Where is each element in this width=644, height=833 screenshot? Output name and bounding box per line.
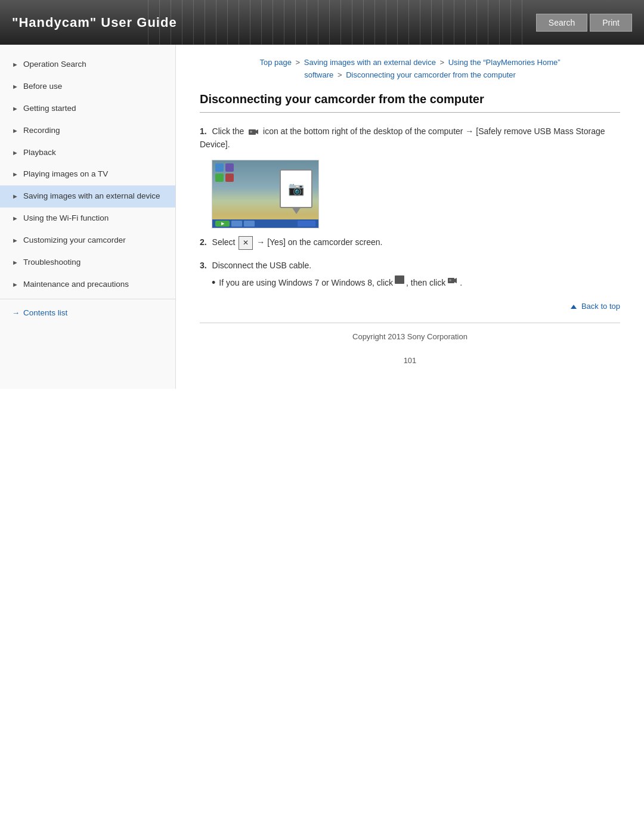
bullet-1-then: , then click [406,276,445,289]
sidebar-item-wifi[interactable]: ► Using the Wi-Fi function [0,208,175,230]
camcorder-inline-icon [447,276,458,289]
breadcrumb-software[interactable]: software [304,70,333,79]
desktop-icon-1 [215,163,224,172]
arrow-icon: ► [12,82,18,91]
step-1: 1. Click the icon at the bottom right of… [200,125,620,151]
arrow-icon: ► [12,170,18,179]
step-1-number: 1. [200,126,207,136]
header-button-group: Search Print [536,14,632,32]
arrow-icon: ► [12,236,18,245]
step-3-bullet: • If you are using Windows 7 or Windows … [212,276,620,290]
arrow-icon: ► [12,104,18,113]
desktop-icon-3 [215,174,224,182]
camcorder-small-icon [248,126,259,137]
sidebar-item-recording[interactable]: ► Recording [0,120,175,142]
sidebar-item-getting-started[interactable]: ► Getting started [0,98,175,120]
svg-rect-0 [249,129,256,135]
popup-tail [292,207,301,214]
breadcrumb-top-page[interactable]: Top page [259,58,292,67]
step-3-number: 3. [200,261,207,270]
sidebar: ► Operation Search ► Before use ► Gettin… [0,45,176,389]
main-content: Top page > Saving images with an externa… [176,45,644,389]
desktop-icon-4 [225,174,234,182]
arrow-icon: ► [12,280,18,289]
screenshot-image: 📷 ▶ [212,160,319,228]
sidebar-item-before-use[interactable]: ► Before use [0,76,175,98]
sidebar-item-maintenance[interactable]: ► Maintenance and precautions [0,274,175,296]
arrow-icon: ► [12,258,18,267]
triangle-up-icon [571,305,577,309]
svg-point-3 [250,131,252,132]
footer: Copyright 2013 Sony Corporation [200,323,620,350]
computer-icon [395,275,404,284]
step-3: 3. Disconnect the USB cable. • If you ar… [200,259,620,289]
sidebar-divider [0,299,175,299]
taskbar-item-2 [244,221,255,227]
back-to-top: Back to top [200,301,620,311]
breadcrumb: Top page > Saving images with an externa… [200,57,620,82]
taskbar-item-1 [231,221,242,227]
arrow-icon: ► [12,214,18,223]
screenshot-taskbar: ▶ [212,219,318,228]
step-2-select-text: Select [212,237,236,247]
step-2-rest: → [Yes] on the camcorder screen. [256,237,382,247]
step-2: 2. Select ✕ → [Yes] on the camcorder scr… [200,236,620,250]
sidebar-item-playback[interactable]: ► Playback [0,142,175,164]
step-1-text-after: icon at the bottom right of the desktop … [200,126,605,149]
step-2-number: 2. [200,237,207,247]
arrow-icon: ► [12,126,18,135]
arrow-icon: ► [12,148,18,157]
screenshot-popup: 📷 [280,169,312,208]
sidebar-item-saving-images[interactable]: ► Saving images with an external device [0,185,175,208]
page-number: 101 [200,350,620,371]
search-button[interactable]: Search [536,14,587,32]
sidebar-item-customizing[interactable]: ► Customizing your camcorder [0,230,175,252]
arrow-icon: ► [12,192,18,201]
step-3-text: Disconnect the USB cable. [212,261,312,270]
screenshot-landscape-bg: 📷 ▶ [212,160,318,228]
back-to-top-link[interactable]: Back to top [571,302,620,311]
taskbar-start: ▶ [215,221,230,227]
header-decoration [137,0,525,45]
breadcrumb-saving-images[interactable]: Saving images with an external device [304,58,436,67]
page-title: Disconnecting your camcorder from the co… [200,92,620,113]
breadcrumb-disconnecting[interactable]: Disconnecting your camcorder from the co… [346,70,516,79]
desktop-icon-2 [225,163,234,172]
app-title: "Handycam" User Guide [12,15,177,30]
step-2-button: ✕ [239,236,253,250]
svg-marker-1 [256,129,258,134]
sidebar-item-troubleshooting[interactable]: ► Troubleshooting [0,252,175,274]
sidebar-item-operation-search[interactable]: ► Operation Search [0,54,175,76]
step-1-text-before: Click the [212,126,244,136]
bullet-1-text-before: If you are using Windows 7 or Windows 8,… [219,276,393,289]
breadcrumb-using-playmemories[interactable]: Using the “PlayMemories Home” [448,58,561,67]
svg-marker-5 [454,278,457,283]
header: "Handycam" User Guide Search Print [0,0,644,45]
body-layout: ► Operation Search ► Before use ► Gettin… [0,45,644,389]
desktop-icons [215,163,234,182]
sidebar-item-playing-images-tv[interactable]: ► Playing images on a TV [0,163,175,185]
copyright-text: Copyright 2013 Sony Corporation [352,332,467,341]
print-button[interactable]: Print [590,14,632,32]
svg-point-6 [449,279,451,281]
contents-list-link[interactable]: → Contents list [0,302,175,323]
bullet-item-1: • If you are using Windows 7 or Windows … [212,276,620,290]
arrow-right-icon: → [12,308,20,317]
arrow-icon: ► [12,60,18,69]
taskbar-clock [298,221,315,227]
breadcrumb-sep2: > [440,58,445,67]
bullet-dot: • [212,277,215,290]
bullet-1-end: . [460,276,462,289]
breadcrumb-sep3: > [338,70,342,79]
breadcrumb-sep1: > [296,58,301,67]
